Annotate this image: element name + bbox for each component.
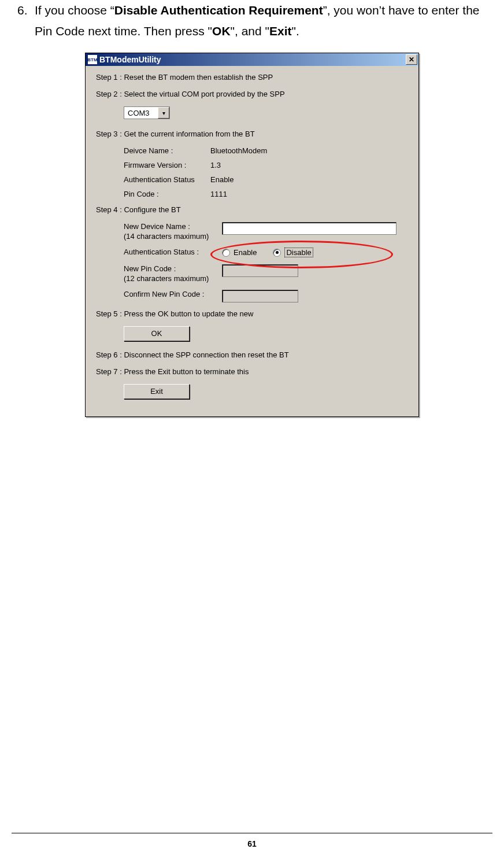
auth-disable-label: Disable	[284, 248, 313, 257]
client-area: Step 1 : Reset the BT modem then establi…	[86, 66, 418, 416]
exit-button-label: Exit	[150, 387, 163, 396]
window-title: BTModemUtility	[99, 55, 406, 64]
page-number: 61	[0, 839, 504, 848]
pin-code-label: Pin Code :	[124, 190, 210, 198]
close-icon: ✕	[409, 56, 414, 63]
step5-text: Step 5 : Press the OK button to update t…	[96, 309, 408, 318]
step6-text: Step 6 : Disconnect the SPP connection t…	[96, 350, 408, 359]
step7-text: Step 7 : Press the Exit button to termin…	[96, 367, 408, 376]
close-button[interactable]: ✕	[406, 54, 417, 65]
auth-enable-label: Enable	[234, 248, 257, 257]
com-port-value: COM3	[124, 109, 158, 117]
ok-button[interactable]: OK	[124, 326, 190, 341]
new-device-name-input[interactable]	[222, 222, 396, 235]
step3-text: Step 3 : Get the current information fro…	[96, 130, 408, 138]
auth-disable-radio[interactable]: Disable	[273, 248, 313, 257]
auth-status-config-label: Authentication Status :	[124, 248, 222, 257]
radio-icon	[273, 249, 281, 257]
instruction-text: 6. If you choose “Disable Authentication…	[12, 0, 492, 41]
instruction-number: 6.	[17, 0, 32, 21]
firmware-version-label: Firmware Version :	[124, 161, 210, 169]
exit-button[interactable]: Exit	[124, 384, 190, 399]
confirm-pin-label: Confirm New Pin Code :	[124, 290, 222, 302]
new-pin-input[interactable]	[222, 264, 298, 277]
step1-text: Step 1 : Reset the BT modem then establi…	[96, 73, 408, 82]
new-pin-label: New Pin Code : (12 characters maximum)	[124, 264, 222, 284]
confirm-pin-input[interactable]	[222, 290, 298, 302]
auth-enable-radio[interactable]: Enable	[222, 248, 257, 257]
chevron-down-icon[interactable]: ▾	[158, 107, 169, 119]
new-device-name-label: New Device Name : (14 characters maximum…	[124, 222, 222, 242]
btmodem-utility-window: BTM BTModemUtility ✕ Step 1 : Reset the …	[85, 53, 419, 417]
step4-text: Step 4 : Configure the BT	[96, 205, 408, 214]
device-name-value: BluetoothModem	[210, 146, 267, 155]
radio-icon	[222, 249, 230, 257]
auth-status-value: Enable	[210, 175, 234, 184]
firmware-version-value: 1.3	[210, 161, 221, 169]
footer-divider	[12, 833, 492, 833]
ok-button-label: OK	[151, 329, 162, 338]
app-icon: BTM	[88, 55, 97, 64]
auth-status-label: Authentication Status	[124, 175, 210, 184]
device-name-label: Deivce Name :	[124, 146, 210, 155]
step2-text: Step 2 : Select the virtual COM port pro…	[96, 90, 408, 98]
titlebar: BTM BTModemUtility ✕	[86, 53, 418, 66]
com-port-combo[interactable]: COM3 ▾	[124, 106, 170, 119]
pin-code-value: 1111	[210, 190, 227, 198]
